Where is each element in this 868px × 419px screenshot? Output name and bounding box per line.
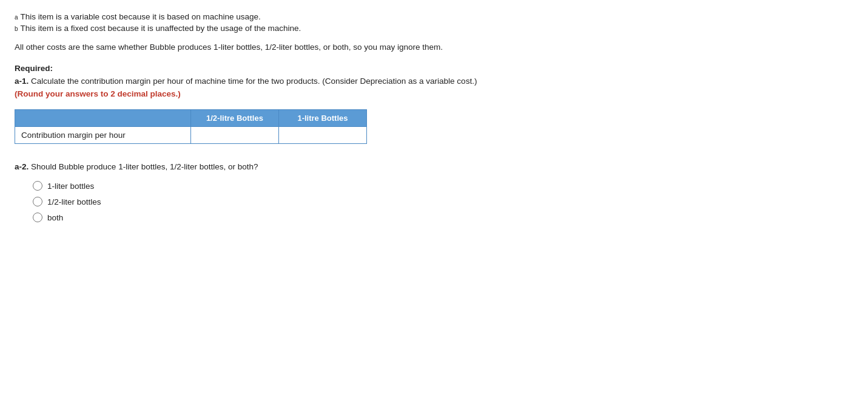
footnote-a: a This item is a variable cost because i… — [15, 12, 853, 21]
required-label: Required: — [15, 64, 853, 73]
footnote-b-marker: b — [15, 26, 18, 32]
round-note: (Round your answers to 2 decimal places.… — [15, 89, 853, 98]
one-litre-input[interactable] — [279, 127, 366, 143]
a2-text: Should Bubble produce 1-liter bottles, 1… — [29, 162, 258, 171]
table-header-one-litre: 1-litre Bottles — [279, 110, 367, 127]
radio-half-liter[interactable] — [33, 197, 42, 206]
radio-half-liter-label: 1/2-liter bottles — [47, 197, 101, 206]
one-litre-input-cell[interactable] — [279, 127, 367, 144]
row-label: Contribution margin per hour — [15, 127, 191, 144]
radio-both[interactable] — [33, 213, 42, 222]
footnote-b-text: This item is a fixed cost because it is … — [21, 24, 301, 33]
radio-option-both[interactable]: both — [33, 213, 853, 222]
half-litre-input-cell[interactable] — [191, 127, 279, 144]
footnote-b: b This item is a fixed cost because it i… — [15, 24, 853, 33]
contribution-table-container: 1/2-litre Bottles 1-litre Bottles Contri… — [15, 109, 853, 144]
radio-1liter-label: 1-liter bottles — [47, 182, 94, 191]
contribution-table: 1/2-litre Bottles 1-litre Bottles Contri… — [15, 109, 367, 144]
radio-option-1liter[interactable]: 1-liter bottles — [33, 181, 853, 191]
half-litre-input[interactable] — [191, 127, 278, 143]
a1-bold-prefix: a-1. — [15, 77, 29, 86]
all-other-costs-text: All other costs are the same whether Bub… — [15, 43, 853, 52]
required-section: Required: a-1. Calculate the contributio… — [15, 64, 853, 98]
table-header-half-litre: 1/2-litre Bottles — [191, 110, 279, 127]
a2-instruction: a-2. Should Bubble produce 1-liter bottl… — [15, 162, 853, 171]
radio-1liter[interactable] — [33, 181, 42, 191]
radio-group: 1-liter bottles 1/2-liter bottles both — [33, 181, 853, 222]
table-header-empty — [15, 110, 191, 127]
a1-text: Calculate the contribution margin per ho… — [29, 77, 477, 86]
a1-instruction: a-1. Calculate the contribution margin p… — [15, 77, 853, 86]
radio-both-label: both — [47, 213, 63, 222]
footnote-a-text: This item is a variable cost because it … — [21, 12, 261, 21]
footnote-a-marker: a — [15, 14, 18, 21]
table-row: Contribution margin per hour — [15, 127, 367, 144]
radio-option-half-liter[interactable]: 1/2-liter bottles — [33, 197, 853, 206]
a2-bold-prefix: a-2. — [15, 162, 29, 171]
a2-section: a-2. Should Bubble produce 1-liter bottl… — [15, 162, 853, 222]
